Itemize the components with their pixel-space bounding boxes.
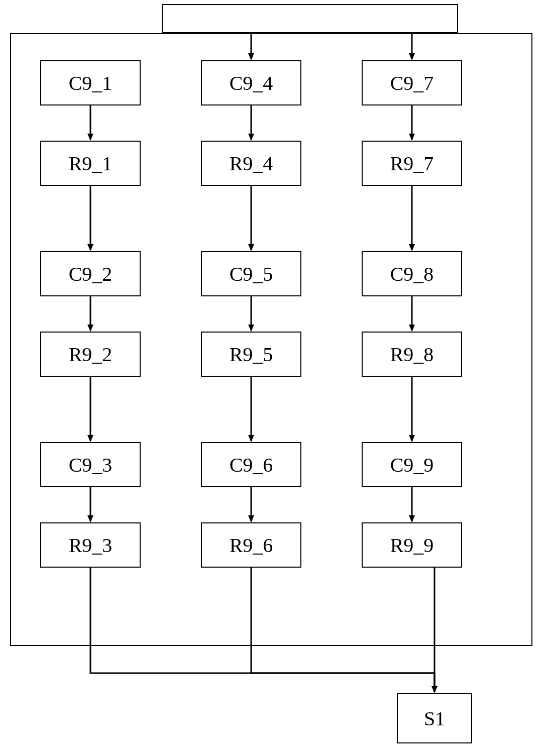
node-c9-9: C9_9 [362,442,462,487]
node-label: C9_3 [69,453,113,477]
node-label: C9_9 [390,453,434,477]
node-label: R9_5 [230,343,273,366]
node-label: S1 [424,707,445,730]
node-r9-9: R9_9 [362,522,462,568]
node-label: C9_8 [390,262,434,286]
node-c9-3: C9_3 [40,442,141,487]
node-r9-6: R9_6 [201,522,301,568]
node-label: R9_6 [230,533,273,557]
node-c9-2: C9_2 [40,251,141,296]
node-r9-5: R9_5 [201,332,301,377]
node-r9-3: R9_3 [40,522,141,568]
node-label: C9_1 [69,71,113,95]
node-r9-7: R9_7 [362,141,462,186]
node-label: R9_2 [69,343,113,366]
node-label: C9_5 [230,262,273,286]
node-c9-5: C9_5 [201,251,301,296]
node-label: C9_7 [390,71,434,95]
node-c9-8: C9_8 [362,251,462,296]
node-r9-8: R9_8 [362,332,462,377]
node-r9-4: R9_4 [201,141,301,186]
node-label: R9_4 [230,152,273,175]
node-label: C9_4 [230,71,273,95]
node-label: R9_8 [390,343,434,366]
node-c9-7: C9_7 [362,60,462,105]
node-label: R9_7 [390,152,434,175]
diagram-canvas: C9_1 R9_1 C9_2 R9_2 C9_3 R9_3 C9_4 R9_4 … [0,0,547,756]
node-r9-2: R9_2 [40,332,141,377]
top-source-bar [162,4,458,33]
node-label: C9_6 [230,453,273,477]
node-c9-4: C9_4 [201,60,301,105]
node-label: R9_3 [69,533,113,557]
node-label: R9_1 [69,152,113,175]
node-s1: S1 [397,693,472,743]
node-r9-1: R9_1 [40,141,141,186]
node-label: C9_2 [69,262,113,286]
node-c9-1: C9_1 [40,60,141,105]
node-label: R9_9 [390,533,434,557]
node-c9-6: C9_6 [201,442,301,487]
